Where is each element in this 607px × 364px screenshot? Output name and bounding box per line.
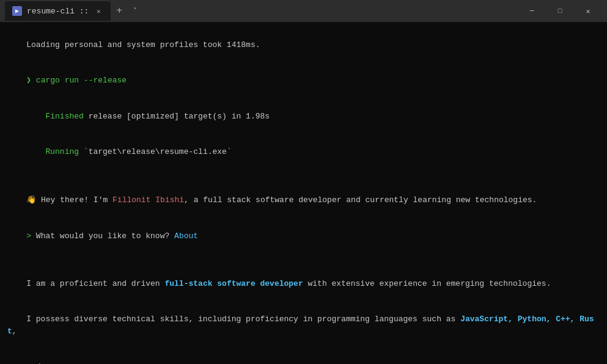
minimize-button[interactable]: ─ [518,0,546,22]
desc1-b: full-stack software developer [164,279,303,288]
desc-line-2: I possess diverse technical skills, incl… [7,302,600,349]
running-label: Running [45,147,79,156]
about-label-1: About [174,231,198,241]
finished-line: Finished release [optimized] target(s) i… [7,98,600,134]
cargo-command-line: ❯ cargo run --release [7,63,600,99]
terminal[interactable]: Loading personal and system profiles too… [0,22,607,364]
desc1-c: with extensive experience in emerging te… [303,279,551,288]
question-text-1: What would you like to know? [36,231,174,241]
blank-line-1 [7,170,600,182]
close-button[interactable]: ✕ [574,0,602,22]
finished-rest: release [optimized] target(s) in 1.98s [84,112,270,121]
running-line: Running `target\release\resume-cli.exe` [7,134,600,170]
window-controls: ─ □ ✕ [518,0,602,22]
tab-close-button[interactable]: ✕ [94,6,103,16]
desc-line-1: I am a proficient and driven full-stack … [7,266,600,302]
question-line-1: > What would you like to know? About [7,218,600,254]
desc2-a: I possess diverse technical skills, incl… [26,315,460,324]
maximize-button[interactable]: □ [546,0,574,22]
cargo-text: cargo run --release [36,76,127,85]
author-name: Fillonit Ibishi [112,195,184,205]
greeting-b: , a full stack software developer and cu… [184,195,537,205]
new-tab-button[interactable]: + [111,2,128,20]
running-rest: `target\release\resume-cli.exe` [79,147,232,156]
tab-label: resume-cli :: [27,7,89,16]
titlebar: ▶ resume-cli :: ✕ + ˅ ─ □ ✕ [0,0,607,22]
loading-line: Loading personal and system profiles too… [7,27,600,63]
tab[interactable]: ▶ resume-cli :: ✕ [5,1,111,21]
greeting-line: 👋 Hey there! I'm Fillonit Ibishi, a full… [7,182,600,219]
desc2-c: , [12,327,17,336]
finished-label: Finished [45,112,83,121]
greeting-emoji: 👋 [26,195,36,204]
desc1-a: I am a proficient and driven [26,279,164,288]
tab-area: ▶ resume-cli :: ✕ + ˅ [5,1,518,21]
desc-line-3: and more. [7,349,600,365]
blank-line-2 [7,254,600,266]
greeting-a: Hey there! I'm [36,195,112,205]
tab-icon: ▶ [12,6,22,16]
tab-dropdown-button[interactable]: ˅ [128,4,142,18]
